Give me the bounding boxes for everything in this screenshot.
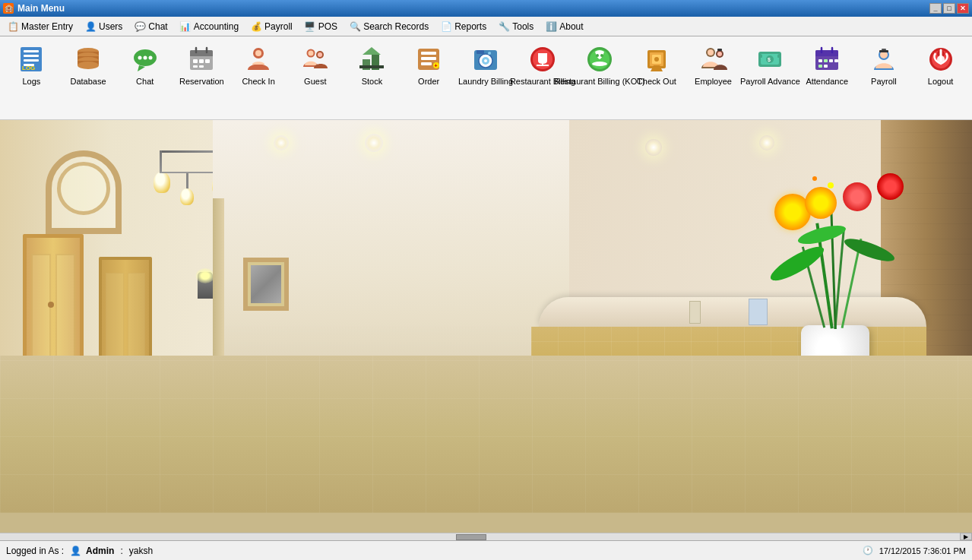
svg-rect-1 <box>24 50 39 52</box>
svg-point-29 <box>255 50 261 56</box>
svg-point-47 <box>484 59 487 62</box>
svg-rect-76 <box>777 55 781 58</box>
order-icon: + <box>413 43 445 75</box>
chat-menu-icon: 💬 <box>135 21 145 32</box>
logout-icon <box>925 43 957 75</box>
stock-icon <box>356 43 388 75</box>
master-entry-icon: 📋 <box>8 21 18 32</box>
svg-point-67 <box>708 49 714 55</box>
svg-rect-48 <box>477 50 484 54</box>
yaksh-username: yaksh <box>129 546 153 556</box>
database-button[interactable]: Database <box>60 40 117 90</box>
payroll-icon <box>868 43 900 75</box>
chat-toolbar-icon <box>129 43 161 75</box>
svg-rect-2 <box>24 55 39 57</box>
svg-point-59 <box>596 54 599 57</box>
svg-point-17 <box>148 56 152 60</box>
lobby-floor <box>0 356 972 513</box>
svg-rect-80 <box>818 59 822 62</box>
desk-item-1 <box>689 301 701 324</box>
menu-chat[interactable]: 💬 Chat <box>128 17 173 36</box>
check-out-button[interactable]: Check Out <box>628 40 685 90</box>
h-scrollbar-thumb[interactable] <box>456 534 486 540</box>
svg-rect-91 <box>882 49 886 50</box>
h-scrollbar[interactable] <box>0 533 960 540</box>
svg-rect-40 <box>421 57 436 60</box>
payroll-menu-icon: 💰 <box>251 21 261 32</box>
logs-icon: LOG <box>15 43 47 75</box>
employee-button[interactable]: Employee <box>685 40 742 90</box>
maximize-button[interactable]: □ <box>943 3 955 14</box>
restaurant-billing-kot-button[interactable]: Restaurant Billing (KOT) <box>571 40 628 90</box>
menu-about-label: About <box>559 21 583 32</box>
svg-rect-41 <box>421 62 432 65</box>
check-in-button[interactable]: Check In <box>230 40 287 90</box>
menu-pos-label: POS <box>318 21 337 32</box>
payroll-button[interactable]: Payroll <box>856 40 913 90</box>
menu-pos[interactable]: 🖥️ POS <box>299 17 344 36</box>
svg-rect-82 <box>829 59 833 62</box>
payroll-advance-icon: $ <box>754 43 786 75</box>
menu-users[interactable]: 👤 Users <box>79 17 128 36</box>
stock-label: Stock <box>362 77 383 87</box>
menu-reports[interactable]: 📄 Reports <box>435 17 492 36</box>
payroll-advance-button[interactable]: $ Payroll Advance <box>742 40 799 90</box>
check-out-label: Check Out <box>637 77 676 87</box>
minimize-button[interactable]: _ <box>929 3 942 14</box>
svg-rect-21 <box>193 59 198 63</box>
svg-point-15 <box>138 56 141 60</box>
menu-search-records-label: Search Records <box>363 21 429 32</box>
attendance-button[interactable]: Attendance <box>799 40 856 90</box>
svg-point-16 <box>143 56 147 60</box>
svg-text:+: + <box>435 63 438 68</box>
stock-button[interactable]: Stock <box>344 40 401 90</box>
menu-bar: 📋 Master Entry 👤 Users 💬 Chat 📊 Accounti… <box>0 17 972 36</box>
svg-point-31 <box>308 51 313 56</box>
svg-point-49 <box>488 52 491 55</box>
status-datetime: 17/12/2015 7:36:01 PM <box>879 546 966 555</box>
menu-tools[interactable]: 🔧 Tools <box>492 17 540 36</box>
svg-point-69 <box>717 52 722 56</box>
menu-master-entry[interactable]: 📋 Master Entry <box>2 17 79 36</box>
svg-rect-81 <box>824 59 828 62</box>
menu-search-records[interactable]: 🔍 Search Records <box>344 17 435 36</box>
ceiling-light-3 <box>645 139 662 156</box>
reservation-button[interactable]: Reservation <box>173 40 230 90</box>
payroll-advance-label: Payroll Advance <box>740 77 800 87</box>
employee-icon <box>698 43 730 75</box>
app-icon: 🏨 <box>3 3 14 14</box>
svg-rect-83 <box>834 59 838 62</box>
guest-label: Guest <box>304 77 326 87</box>
tools-icon: 🔧 <box>499 21 509 32</box>
menu-payroll[interactable]: 💰 Payroll <box>245 17 299 36</box>
restaurant-billing-kot-icon <box>584 43 616 75</box>
main-content: ▶ <box>0 120 972 540</box>
search-records-icon: 🔍 <box>350 21 360 32</box>
logs-label: Logs <box>22 77 40 87</box>
svg-point-12 <box>78 62 99 69</box>
status-left: Logged in As : 👤 Admin : yaksh <box>6 546 153 556</box>
check-in-label: Check In <box>242 77 274 87</box>
laundry-billing-button[interactable]: Laundry Billing <box>458 40 514 90</box>
logs-button[interactable]: LOG Logs <box>3 40 60 90</box>
pos-icon: 🖥️ <box>305 21 315 32</box>
payroll-toolbar-label: Payroll <box>871 77 897 87</box>
logged-in-label: Logged in As : <box>6 546 64 556</box>
title-bar-controls[interactable]: _ □ ✕ <box>929 3 969 14</box>
close-button[interactable]: ✕ <box>957 3 969 14</box>
ceiling-light-1 <box>274 135 289 150</box>
h-scrollbar-right-arrow[interactable]: ▶ <box>960 533 972 540</box>
chat-button[interactable]: Chat <box>116 40 173 90</box>
logout-button[interactable]: Logout <box>912 40 969 90</box>
datetime-icon: 🕐 <box>863 546 873 555</box>
guest-button[interactable]: Guest <box>287 40 344 90</box>
reservation-icon <box>185 43 217 75</box>
menu-accounting[interactable]: 📊 Accounting <box>174 17 245 36</box>
menu-about[interactable]: ℹ️ About <box>540 17 589 36</box>
order-button[interactable]: + Order <box>401 40 458 90</box>
svg-rect-90 <box>879 50 888 52</box>
svg-rect-20 <box>190 55 213 56</box>
svg-rect-79 <box>815 55 838 56</box>
menu-accounting-label: Accounting <box>194 21 239 32</box>
flower-arrangement <box>759 128 911 394</box>
